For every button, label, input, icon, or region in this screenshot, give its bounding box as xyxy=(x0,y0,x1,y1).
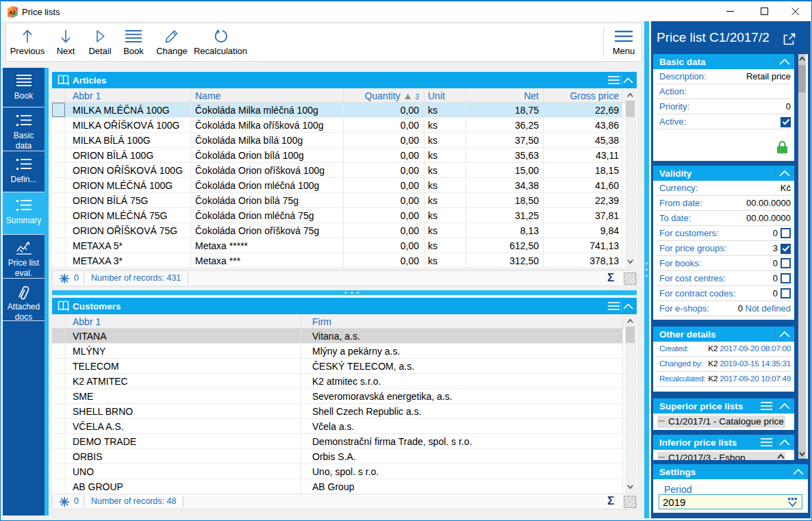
svg-text:K2: K2 xyxy=(10,10,16,15)
